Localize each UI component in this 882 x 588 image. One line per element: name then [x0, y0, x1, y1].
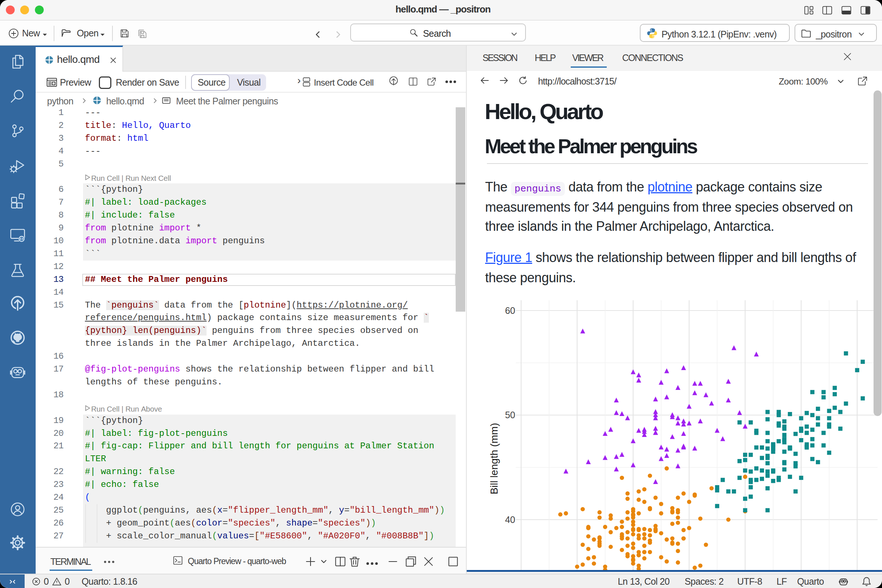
svg-text:60: 60	[505, 305, 515, 316]
svg-text:50: 50	[505, 410, 515, 420]
svg-text:40: 40	[505, 514, 515, 525]
svg-text:Bill length (mm): Bill length (mm)	[488, 423, 500, 494]
